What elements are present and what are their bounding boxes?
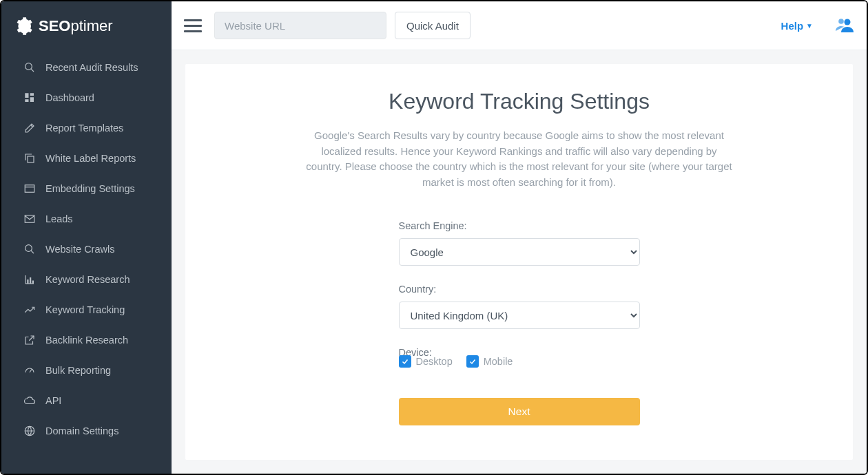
svg-rect-2 [25, 93, 28, 98]
help-label: Help [781, 20, 804, 32]
sidebar-item-keyword-research[interactable]: Keyword Research [1, 264, 172, 295]
dashboard-icon [23, 92, 36, 104]
svg-rect-3 [30, 93, 34, 96]
svg-point-22 [838, 19, 844, 24]
settings-card: Keyword Tracking Settings Google's Searc… [185, 64, 853, 460]
help-dropdown[interactable]: Help ▼ [781, 20, 813, 32]
sidebar-item-report-templates[interactable]: Report Templates [1, 113, 172, 143]
sidebar: SEOptimer Recent Audit Results Dashboard… [1, 1, 172, 474]
sidebar-item-label: Backlink Research [45, 335, 128, 346]
page-title: Keyword Tracking Settings [213, 89, 825, 114]
form-area: Search Engine: Google Country: United Ki… [399, 220, 640, 425]
cloud-icon [23, 394, 36, 407]
search-engine-select[interactable]: Google [399, 238, 640, 266]
sidebar-item-crawls[interactable]: Website Crawls [1, 234, 172, 264]
sidebar-item-label: Domain Settings [45, 425, 118, 436]
sidebar-item-dashboard[interactable]: Dashboard [1, 83, 172, 113]
content-area: Keyword Tracking Settings Google's Searc… [172, 50, 867, 474]
svg-line-18 [30, 370, 32, 373]
sidebar-item-backlink[interactable]: Backlink Research [1, 325, 172, 355]
search-engine-label: Search Engine: [399, 220, 640, 231]
sidebar-item-label: Leads [45, 213, 73, 224]
users-icon[interactable] [835, 17, 854, 34]
sidebar-item-label: API [45, 395, 61, 406]
country-label: Country: [399, 284, 640, 295]
edit-icon [23, 122, 36, 134]
svg-line-1 [31, 69, 34, 72]
sidebar-item-embedding[interactable]: Embedding Settings [1, 173, 172, 204]
svg-rect-5 [25, 99, 28, 102]
app-frame: SEOptimer Recent Audit Results Dashboard… [0, 0, 868, 475]
sidebar-item-label: Bulk Reporting [45, 365, 111, 376]
next-button[interactable]: Next [399, 398, 640, 425]
chevron-down-icon: ▼ [806, 22, 813, 30]
device-desktop-option[interactable]: Desktop [399, 355, 453, 368]
svg-line-11 [31, 251, 34, 253]
external-link-icon [23, 334, 36, 346]
sidebar-item-domain[interactable]: Domain Settings [1, 416, 172, 446]
country-select[interactable]: United Kingdom (UK) [399, 302, 640, 329]
sidebar-item-label: Keyword Research [45, 274, 130, 285]
topbar: Quick Audit Help ▼ [172, 1, 867, 50]
mail-icon [23, 213, 36, 225]
device-row: Desktop Mobile [399, 355, 640, 368]
device-mobile-option[interactable]: Mobile [466, 355, 513, 368]
bar-chart-icon [23, 273, 36, 286]
quick-audit-button[interactable]: Quick Audit [395, 12, 471, 39]
svg-rect-15 [30, 277, 31, 284]
svg-point-0 [25, 63, 32, 70]
search-icon [23, 61, 36, 74]
svg-rect-14 [27, 279, 28, 284]
svg-line-17 [29, 336, 34, 341]
svg-rect-7 [25, 185, 34, 193]
main: Quick Audit Help ▼ Keyword Tracking Sett… [172, 1, 867, 474]
hamburger-icon[interactable] [184, 17, 202, 34]
svg-point-10 [25, 245, 32, 252]
sidebar-item-bulk[interactable]: Bulk Reporting [1, 355, 172, 386]
logo-text: SEOptimer [39, 17, 113, 35]
logo-icon [14, 17, 33, 36]
svg-rect-6 [28, 156, 34, 162]
sidebar-item-label: White Label Reports [45, 153, 136, 164]
sidebar-item-label: Recent Audit Results [45, 62, 138, 73]
globe-icon [23, 425, 36, 437]
sidebar-item-label: Keyword Tracking [45, 304, 125, 315]
sidebar-item-keyword-tracking[interactable]: Keyword Tracking [1, 295, 172, 325]
checkbox-checked-icon [399, 355, 411, 368]
sidebar-item-recent-audits[interactable]: Recent Audit Results [1, 52, 172, 83]
svg-rect-16 [32, 281, 34, 284]
sidebar-item-api[interactable]: API [1, 386, 172, 416]
page-description: Google's Search Results vary by country … [306, 128, 733, 190]
sidebar-item-white-label[interactable]: White Label Reports [1, 143, 172, 173]
nav-list: Recent Audit Results Dashboard Report Te… [1, 52, 172, 446]
svg-rect-4 [30, 97, 34, 102]
svg-point-21 [845, 19, 851, 25]
url-input[interactable] [214, 12, 386, 39]
sidebar-item-label: Dashboard [45, 92, 94, 103]
sidebar-item-leads[interactable]: Leads [1, 204, 172, 234]
logo[interactable]: SEOptimer [1, 1, 172, 52]
sidebar-item-label: Embedding Settings [45, 183, 135, 194]
sidebar-item-label: Report Templates [45, 123, 123, 134]
sidebar-item-label: Website Crawls [45, 244, 114, 255]
trend-icon [23, 304, 36, 316]
gauge-icon [23, 364, 36, 377]
device-desktop-label: Desktop [416, 356, 453, 367]
device-mobile-label: Mobile [484, 356, 513, 367]
copy-icon [23, 152, 36, 165]
embed-icon [23, 182, 36, 195]
search-icon [23, 243, 36, 255]
checkbox-checked-icon [466, 355, 479, 368]
